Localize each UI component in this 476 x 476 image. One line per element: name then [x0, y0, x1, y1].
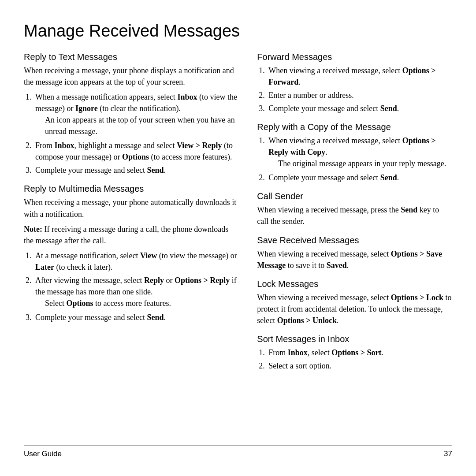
list-item: From Inbox, highlight a message and sele… [33, 140, 239, 163]
list-item: Enter a number or address. [267, 89, 452, 101]
list-item: Complete your message and select Send. [33, 312, 239, 323]
section-save-received-heading: Save Received Messages [257, 235, 452, 245]
section-call-sender: Call Sender When viewing a received mess… [257, 191, 452, 227]
page-footer: User Guide 37 [24, 446, 452, 458]
list-item: When viewing a received message, select … [267, 135, 452, 169]
section-sort-messages: Sort Messages in Inbox From Inbox, selec… [257, 334, 452, 372]
section-forward-messages: Forward Messages When viewing a received… [257, 52, 452, 114]
section-save-received: Save Received Messages When viewing a re… [257, 235, 452, 271]
section-forward-heading: Forward Messages [257, 52, 452, 62]
section-reply-copy-heading: Reply with a Copy of the Message [257, 122, 452, 132]
section-reply-text-list: When a message notification appears, sel… [33, 91, 239, 176]
list-item-note: The original message appears in your rep… [278, 158, 452, 169]
list-item-note: An icon appears at the top of your scree… [45, 114, 239, 137]
page-number: 37 [444, 450, 452, 458]
section-reply-multimedia-heading: Reply to Multimedia Messages [24, 184, 239, 194]
section-sort-heading: Sort Messages in Inbox [257, 334, 452, 344]
section-reply-multimedia: Reply to Multimedia Messages When receiv… [24, 184, 239, 323]
section-call-sender-heading: Call Sender [257, 191, 452, 201]
section-lock-heading: Lock Messages [257, 279, 452, 289]
content-area: Reply to Text Messages When receiving a … [24, 52, 452, 441]
list-item: Complete your message and select Send. [33, 164, 239, 176]
list-item: Complete your message and select Send. [267, 103, 452, 114]
list-item: After viewing the message, select Reply … [33, 275, 239, 309]
left-column: Reply to Text Messages When receiving a … [24, 52, 239, 441]
section-reply-multimedia-list: At a message notification, select View (… [33, 250, 239, 324]
section-reply-text-intro: When receiving a message, your phone dis… [24, 65, 239, 88]
section-reply-copy: Reply with a Copy of the Message When vi… [257, 122, 452, 183]
footer-label: User Guide [24, 450, 62, 458]
section-reply-text: Reply to Text Messages When receiving a … [24, 52, 239, 176]
section-call-sender-body: When viewing a received message, press t… [257, 204, 452, 227]
section-reply-copy-list: When viewing a received message, select … [267, 135, 452, 183]
section-sort-list: From Inbox, select Options > Sort. Selec… [267, 347, 452, 372]
section-forward-list: When viewing a received message, select … [267, 65, 452, 114]
section-reply-text-heading: Reply to Text Messages [24, 52, 239, 62]
section-reply-multimedia-note: Note: If receiving a message during a ca… [24, 223, 239, 246]
page-title: Manage Received Messages [24, 21, 452, 41]
list-item: When viewing a received message, select … [267, 65, 452, 88]
list-item: Select a sort option. [267, 360, 452, 372]
list-item: From Inbox, select Options > Sort. [267, 347, 452, 358]
section-lock-messages: Lock Messages When viewing a received me… [257, 279, 452, 326]
list-item: Complete your message and select Send. [267, 172, 452, 183]
section-lock-body: When viewing a received message, select … [257, 292, 452, 326]
list-item: At a message notification, select View (… [33, 250, 239, 273]
list-item: When a message notification appears, sel… [33, 91, 239, 137]
right-column: Forward Messages When viewing a received… [257, 52, 452, 441]
section-reply-multimedia-intro: When receiving a message, your phone aut… [24, 197, 239, 219]
page: Manage Received Messages Reply to Text M… [0, 0, 476, 476]
list-item-note: Select Options to access more features. [45, 298, 239, 309]
section-save-received-body: When viewing a received message, select … [257, 248, 452, 271]
